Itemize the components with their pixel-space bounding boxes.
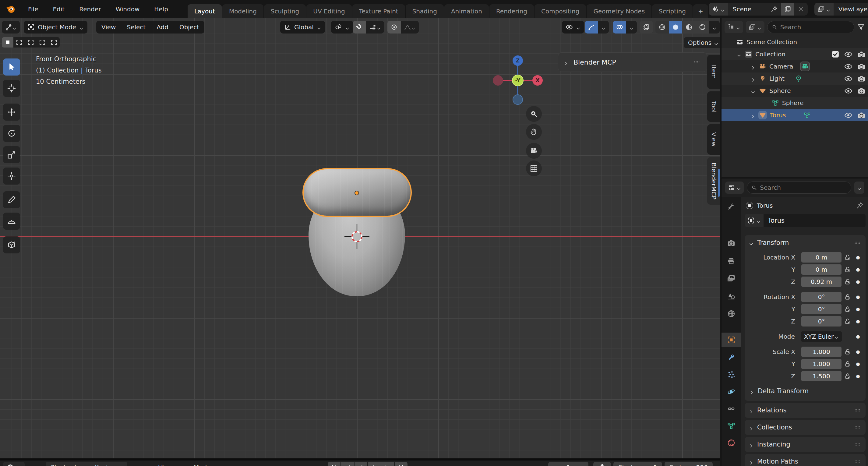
render-camera-icon[interactable] — [857, 87, 866, 95]
grip-icon[interactable] — [854, 441, 861, 448]
tool-add-cube[interactable] — [3, 236, 20, 253]
shading-options-dropdown[interactable] — [709, 21, 720, 33]
exclude-checkbox[interactable] — [832, 50, 839, 58]
grip-icon[interactable] — [854, 424, 861, 431]
scale-x-field[interactable]: 1.000 — [801, 347, 841, 357]
xray-toggle[interactable] — [640, 21, 653, 33]
menu-render[interactable]: Render — [72, 0, 108, 18]
pin-icon[interactable] — [856, 201, 864, 210]
relations-panel[interactable]: Relations — [745, 403, 866, 418]
tool-measure[interactable] — [3, 213, 20, 230]
mode-dropdown[interactable]: Object Mode — [24, 21, 87, 33]
menu-select[interactable]: Select — [123, 21, 150, 33]
collections-panel[interactable]: Collections — [745, 420, 866, 435]
lock-icon[interactable] — [841, 254, 854, 261]
current-frame-field[interactable]: 1 — [548, 462, 588, 466]
object-id-dropdown[interactable] — [745, 214, 764, 227]
outliner-row-sphere[interactable]: Sphere — [721, 85, 868, 97]
object-name-input[interactable] — [764, 214, 866, 227]
rotation-y-field[interactable]: 0° — [801, 304, 841, 314]
keying-menu[interactable]: Keying — [90, 462, 127, 466]
outliner-row-torus[interactable]: Torus — [721, 109, 868, 121]
options-dropdown[interactable]: Options — [684, 37, 720, 48]
tab-object-data-icon[interactable] — [721, 418, 741, 433]
viewport-3d[interactable]: Object Mode View Select Add Object Globa… — [0, 18, 720, 458]
location-y-field[interactable]: 0 m — [801, 265, 841, 275]
breadcrumb-object-name[interactable]: Torus — [757, 202, 773, 209]
prev-keyframe-button[interactable] — [341, 462, 354, 466]
lock-icon[interactable] — [841, 318, 854, 325]
shading-wireframe-button[interactable] — [655, 21, 669, 33]
viewlayer-name[interactable]: ViewLayer — [834, 5, 868, 13]
chevron-right-icon[interactable] — [751, 113, 755, 118]
add-workspace-button[interactable]: + — [693, 4, 708, 18]
grip-icon[interactable] — [854, 239, 861, 246]
menu-edit[interactable]: Edit — [45, 0, 72, 18]
location-z-field[interactable]: 0.92 m — [801, 277, 841, 287]
chevron-right-icon[interactable] — [751, 64, 755, 69]
tab-particles-icon[interactable] — [721, 367, 741, 382]
eye-icon[interactable] — [844, 50, 852, 59]
lock-icon[interactable] — [841, 306, 854, 313]
outliner-row-light[interactable]: Light — [721, 72, 868, 85]
grip-icon[interactable] — [692, 59, 702, 66]
gizmo-neg-z-ball[interactable] — [513, 94, 523, 105]
tool-cursor[interactable] — [3, 80, 20, 97]
tab-viewlayer-icon[interactable] — [721, 271, 741, 286]
instancing-panel[interactable]: Instancing — [745, 437, 866, 452]
menu-add[interactable]: Add — [153, 21, 173, 33]
tab-rendering[interactable]: Rendering — [490, 4, 534, 18]
tool-annotate[interactable] — [3, 191, 20, 208]
shading-rendered-button[interactable] — [695, 21, 709, 33]
select-mode-extend[interactable] — [13, 37, 25, 48]
transform-orientation-dropdown[interactable]: Global — [280, 21, 325, 33]
side-tab-view[interactable]: View — [707, 124, 720, 155]
show-gizmo-toggle[interactable] — [585, 21, 598, 33]
ortho-toggle-button[interactable] — [526, 160, 542, 176]
location-x-field[interactable]: 0 m — [801, 252, 841, 262]
animate-dot[interactable]: ● — [854, 319, 863, 324]
gizmo-neg-x-ball[interactable] — [493, 75, 503, 86]
chevron-down-icon[interactable] — [737, 52, 741, 57]
new-scene-button[interactable] — [781, 3, 794, 15]
shading-solid-button[interactable] — [669, 21, 682, 33]
select-mode-invert[interactable] — [36, 37, 48, 48]
animate-dot[interactable]: ● — [854, 373, 863, 379]
outliner-search-input[interactable] — [780, 24, 850, 31]
lock-icon[interactable] — [841, 293, 854, 301]
animate-dot[interactable]: ● — [854, 306, 863, 312]
start-frame-field[interactable]: Start 1 — [613, 462, 662, 466]
lock-icon[interactable] — [841, 266, 854, 273]
eye-icon[interactable] — [844, 62, 852, 71]
blender-mcp-panel[interactable]: Blender MCP — [558, 52, 707, 72]
lock-icon[interactable] — [841, 372, 854, 380]
render-camera-icon[interactable] — [857, 62, 866, 71]
tab-modifiers-icon[interactable] — [721, 350, 741, 365]
end-frame-field[interactable]: End 250 — [664, 462, 713, 466]
scene-browse-button[interactable] — [709, 3, 728, 15]
render-camera-icon[interactable] — [857, 111, 866, 119]
show-overlays-toggle[interactable] — [613, 21, 626, 33]
outliner-search[interactable] — [767, 21, 854, 33]
gizmo-x-ball[interactable]: X — [532, 75, 543, 86]
outliner-row-scene-collection[interactable]: Scene Collection — [721, 36, 868, 48]
gizmo-neg-y-ball[interactable]: -Y — [512, 74, 524, 86]
tab-material-icon[interactable] — [721, 436, 741, 450]
snap-toggle-magnet-icon[interactable] — [353, 21, 366, 33]
properties-editor-type-button[interactable] — [725, 182, 744, 194]
delta-transform-panel-header[interactable]: Delta Transform — [745, 382, 863, 395]
tab-modeling[interactable]: Modeling — [222, 4, 264, 18]
next-keyframe-button[interactable] — [381, 462, 394, 466]
animate-dot[interactable]: ● — [854, 267, 863, 272]
tab-animation[interactable]: Animation — [444, 4, 489, 18]
tool-move[interactable] — [3, 103, 20, 121]
grip-icon[interactable] — [854, 458, 861, 465]
animate-dot[interactable]: ● — [854, 294, 863, 300]
overlays-options-dropdown[interactable] — [626, 21, 637, 33]
menu-help[interactable]: Help — [147, 0, 176, 18]
select-mode-intersect[interactable] — [48, 37, 60, 48]
rotation-x-field[interactable]: 0° — [801, 292, 841, 302]
outliner-editor-type-button[interactable] — [724, 21, 743, 33]
properties-options-dropdown[interactable] — [854, 182, 864, 194]
outliner-display-mode-button[interactable] — [746, 21, 765, 33]
